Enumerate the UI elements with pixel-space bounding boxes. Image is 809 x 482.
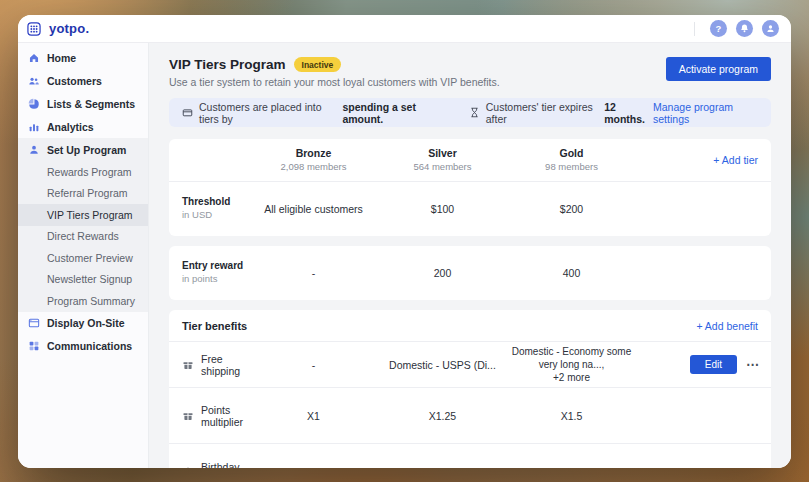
notifications-bell-icon[interactable]	[736, 20, 753, 37]
manage-program-settings-link[interactable]: Manage program settings	[653, 101, 758, 125]
sidebar-item-program-summary[interactable]: Program Summary	[18, 290, 148, 312]
edit-benefit-button[interactable]: Edit	[690, 355, 737, 374]
tier-members: 98 members	[507, 161, 636, 172]
sidebar-item-label: Home	[47, 52, 76, 64]
page-subtitle: Use a tier system to retain your most lo…	[169, 76, 500, 88]
sidebar-item-referral-program[interactable]: Referral Program	[18, 183, 148, 205]
sidebar-item-label: Lists & Segments	[47, 98, 135, 110]
topbar-actions: ?	[694, 20, 779, 37]
benefit-gold-value: Domestic - Economy some very long na...,…	[507, 345, 636, 384]
page-header: VIP Tiers Program Inactive Use a tier sy…	[169, 57, 771, 88]
sidebar-item-analytics[interactable]: Analytics	[18, 115, 148, 138]
sidebar-item-label: Newsletter Signup	[47, 273, 132, 285]
benefit-silver-value: Domestic - USPS (Di...	[378, 359, 507, 371]
pie-chart-icon	[28, 98, 40, 110]
more-options-icon[interactable]: ⋯	[746, 358, 759, 371]
birthday-cake-icon	[182, 467, 194, 469]
benefit-bronze-value: X1	[249, 410, 378, 422]
tier-benefits-header: Tier benefits + Add benefit	[169, 310, 771, 341]
sidebar-item-rewards-program[interactable]: Rewards Program	[18, 161, 148, 183]
threshold-bronze-value: All eligible customers	[249, 203, 378, 215]
sidebar-item-label: Customer Preview	[47, 252, 133, 264]
bar-chart-icon	[28, 121, 40, 133]
sidebar-item-display-on-site[interactable]: Display On-Site	[18, 312, 148, 335]
home-icon	[28, 52, 40, 64]
entry-reward-bronze-value: -	[249, 267, 378, 279]
entry-reward-row: Entry reward in points - 200 400	[169, 246, 771, 300]
threshold-gold-value: $200	[507, 203, 636, 215]
sidebar-item-newsletter-signup[interactable]: Newsletter Signup	[18, 269, 148, 291]
page-title: VIP Tiers Program	[169, 57, 286, 72]
sidebar-item-customers[interactable]: Customers	[18, 69, 148, 92]
sidebar-item-lists-segments[interactable]: Lists & Segments	[18, 92, 148, 115]
customers-icon	[28, 75, 40, 87]
entry-reward-gold-value: 400	[507, 267, 636, 279]
gift-icon	[182, 359, 194, 371]
row-label: Entry reward	[182, 260, 249, 271]
sidebar-item-label: Customers	[47, 75, 102, 87]
tier-name: Gold	[507, 147, 636, 159]
sidebar-item-customer-preview[interactable]: Customer Preview	[18, 247, 148, 269]
benefit-gold-value: X1.5	[507, 410, 636, 422]
sidebar-item-label: Referral Program	[47, 187, 128, 199]
sidebar-item-direct-rewards[interactable]: Direct Rewards	[18, 226, 148, 248]
sidebar-item-label: Set Up Program	[47, 144, 126, 156]
gift-icon	[182, 410, 194, 422]
wallet-icon	[182, 107, 193, 118]
benefit-label: Birthday reward	[201, 461, 249, 469]
sidebar-item-home[interactable]: Home	[18, 46, 148, 69]
sidebar-item-label: Analytics	[47, 121, 94, 133]
banner-expiry-bold: 12 months.	[604, 101, 653, 125]
account-avatar-icon[interactable]	[762, 20, 779, 37]
benefit-row-free-shipping: Free shipping - Domestic - USPS (Di... D…	[169, 341, 771, 387]
threshold-silver-value: $100	[378, 203, 507, 215]
sidebar-item-label: Rewards Program	[47, 166, 132, 178]
benefit-gold-value: $15	[507, 467, 636, 469]
sidebar-item-set-up-program[interactable]: Set Up Program	[18, 138, 148, 161]
benefit-label: Free shipping	[201, 353, 249, 377]
tier-name: Silver	[378, 147, 507, 159]
topbar: yotpo. ?	[18, 15, 791, 43]
add-tier-link[interactable]: + Add tier	[713, 154, 758, 166]
tiers-card: Bronze 2,098 members Silver 564 members …	[169, 139, 771, 236]
help-icon[interactable]: ?	[710, 20, 727, 37]
tier-name: Bronze	[249, 147, 378, 159]
benefit-gold-value-line: Domestic - Economy some very long na...,	[507, 345, 636, 371]
banner-placement-bold: spending a set amount.	[342, 101, 445, 125]
banner-placement-text: Customers are placed into tiers by	[199, 101, 339, 125]
benefit-bronze-value: $5	[249, 467, 378, 469]
sidebar: Home Customers Lists & Segments Analytic…	[18, 43, 149, 468]
benefit-silver-value: X1.25	[378, 410, 507, 422]
hourglass-icon	[469, 107, 480, 118]
add-benefit-link[interactable]: + Add benefit	[696, 320, 758, 332]
browser-window-icon	[28, 317, 40, 329]
benefit-label: Points multiplier	[201, 404, 249, 428]
sidebar-item-communications[interactable]: Communications	[18, 335, 148, 358]
benefit-bronze-value: -	[249, 359, 378, 371]
tier-members: 2,098 members	[249, 161, 378, 172]
activate-program-button[interactable]: Activate program	[666, 57, 771, 81]
entry-reward-silver-value: 200	[378, 267, 507, 279]
sidebar-item-vip-tiers-program[interactable]: VIP Tiers Program	[18, 204, 148, 226]
yotpo-logo: yotpo.	[49, 21, 89, 36]
tier-benefits-card: Tier benefits + Add benefit Free shippin…	[169, 310, 771, 468]
row-sublabel: in USD	[182, 209, 249, 220]
benefit-silver-value: $10	[378, 467, 507, 469]
threshold-row: Threshold in USD All eligible customers …	[169, 181, 771, 236]
tier-members: 564 members	[378, 161, 507, 172]
app-launcher-icon[interactable]	[27, 22, 41, 36]
tier-column-gold: Gold 98 members	[507, 139, 636, 181]
status-badge: Inactive	[294, 57, 342, 72]
sidebar-item-label: Communications	[47, 340, 132, 352]
benefit-gold-more: +2 more	[507, 371, 636, 384]
grid-squares-icon	[28, 340, 40, 352]
main-content: VIP Tiers Program Inactive Use a tier sy…	[149, 43, 791, 468]
tier-benefits-title: Tier benefits	[182, 320, 247, 332]
benefit-row-birthday-reward: Birthday reward $5 $10 $15	[169, 443, 771, 468]
sidebar-setup-group: Set Up Program Rewards Program Referral …	[18, 138, 148, 312]
entry-reward-card: Entry reward in points - 200 400	[169, 246, 771, 300]
topbar-divider	[694, 22, 695, 36]
benefit-row-points-multiplier: Points multiplier X1 X1.25 X1.5	[169, 387, 771, 443]
app-window: yotpo. ? Home Custo	[18, 15, 791, 468]
person-icon	[28, 144, 40, 156]
